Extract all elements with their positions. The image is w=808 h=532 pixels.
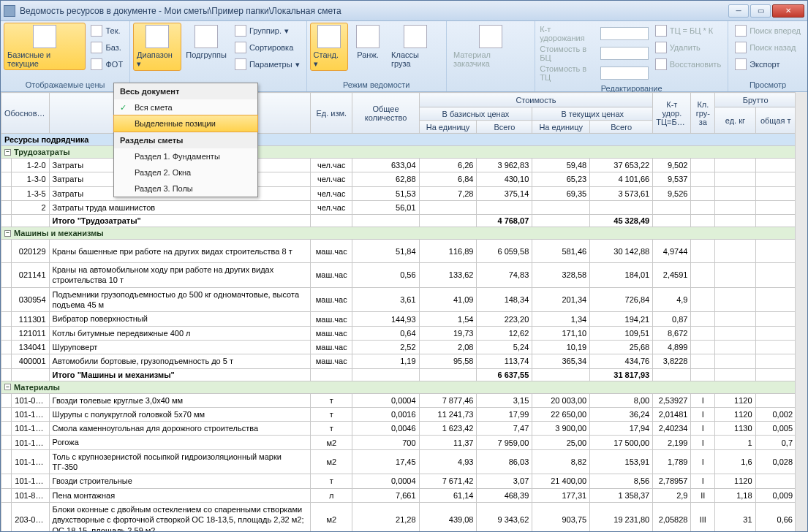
range-icon [146, 25, 169, 48]
minimize-button[interactable]: ─ [728, 4, 749, 18]
tc-input [600, 66, 649, 80]
range-dropdown[interactable]: Весь документ Вся смета Выделенные позиц… [113, 83, 258, 197]
coef-row: К-т удорожания [538, 24, 649, 43]
ribbon: Базисные и текущие Тек. Баз. ФОТ Отображ… [1, 21, 807, 92]
btn-label: Диапазон ▾ [137, 50, 178, 69]
cost-tc-row: Стоимость в ТЦ [538, 64, 649, 83]
standard-mode-button[interactable]: Станд. ▾ [310, 23, 349, 71]
cargo-class-button[interactable]: Классы груза [388, 23, 443, 70]
collapse-icon[interactable]: − [4, 230, 11, 237]
dropdown-item-selected[interactable]: Выделенные позиции [113, 115, 258, 132]
total-row: Итого "Машины и механизмы"6 637,5531 817… [1, 368, 796, 381]
export-icon [735, 58, 747, 70]
material-icon [479, 25, 502, 48]
btn-label: Базисные и текущие [7, 50, 82, 68]
table-row[interactable]: 121011Котлы битумные передвижные 400 лма… [1, 326, 796, 340]
btn-label: Станд. ▾ [314, 50, 345, 69]
circle-icon [91, 58, 102, 70]
table-row[interactable]: 101-1805Гвозди строительныет0,00047 671,… [1, 474, 796, 488]
dropdown-header: Весь документ [114, 83, 257, 99]
col-obo[interactable]: Обоснование [1, 93, 50, 134]
group-row[interactable]: −Материалы [1, 381, 796, 393]
group-caption: Просмотр [731, 79, 804, 91]
dropdown-header: Разделы сметы [114, 132, 257, 148]
params-icon [235, 58, 246, 70]
export-button[interactable]: Экспорт [731, 56, 804, 72]
col-brutto[interactable]: Брутто [715, 93, 796, 107]
current-price-toggle[interactable]: Тек. [87, 23, 127, 39]
table-row[interactable]: 203-0015Блоки оконные с двойным остеклен… [1, 502, 796, 531]
table-row[interactable]: 134041Шуруповертмаш.час2,522,085,2410,19… [1, 340, 796, 354]
grouping-button[interactable]: Группир. ▾ [231, 23, 303, 39]
titlebar: Ведомость ресурсов в документе - Мои сме… [1, 1, 807, 21]
tc-eq-bc-button: ТЦ = БЦ * К [652, 23, 725, 39]
table-row[interactable]: 101-1591Смола каменноугольная для дорожн… [1, 422, 796, 436]
coef-input [600, 27, 649, 40]
ranked-icon [356, 25, 380, 48]
total-row: Итого "Трудозатраты"4 768,0745 328,49 [1, 215, 796, 227]
range-button[interactable]: Диапазон ▾ [133, 23, 181, 71]
group-caption: Отображаемые цены [4, 79, 127, 91]
table-row[interactable]: 101-1742Толь с крупнозернистой посыпкой … [1, 449, 796, 474]
restore-button: Восстановить [652, 56, 725, 72]
table-row[interactable]: 020129Краны башенные при работе на други… [1, 240, 796, 263]
table-row[interactable]: 101-8052Пена монтажнаял7,66161,14468,391… [1, 488, 796, 502]
subgroups-icon [195, 25, 218, 48]
dropdown-item-section[interactable]: Раздел 3. Полы [114, 180, 257, 197]
col-qty[interactable]: Общее количество [352, 93, 419, 134]
formula-icon [655, 25, 667, 37]
base-price-toggle[interactable]: Баз. [87, 39, 127, 56]
square-blue-icon [91, 42, 102, 53]
group-row[interactable]: −Машины и механизмы [1, 227, 796, 240]
dropdown-item-section[interactable]: Раздел 1. Фундаменты [114, 148, 257, 164]
search-back-button: Поиск назад [731, 39, 804, 56]
standard-icon [317, 25, 341, 48]
table-row[interactable]: 101-0195Гвозди толевые круглые 3,0x40 мм… [1, 393, 796, 407]
group-caption: Режим ведомости [310, 79, 443, 91]
delete-button: Удалить [652, 39, 725, 56]
table-row[interactable]: 2Затраты труда машинистовчел.час56,01 [1, 200, 796, 214]
dropdown-item-section[interactable]: Раздел 2. Окна [114, 164, 257, 180]
subgroups-button[interactable]: Подгруппы [183, 23, 230, 61]
table-row[interactable]: 021141Краны на автомобильном ходу при ра… [1, 263, 796, 288]
group-icon [235, 25, 246, 37]
col-unit[interactable]: Ед. изм. [311, 93, 352, 134]
bc-input [600, 47, 649, 60]
collapse-icon[interactable]: − [4, 149, 11, 156]
btn-label: Материал заказчика [453, 50, 528, 68]
table-icon [33, 25, 56, 48]
search-back-icon [735, 42, 747, 53]
window-title: Ведомость ресурсов в документе - Мои сме… [20, 6, 728, 16]
square-green-icon [91, 25, 102, 37]
sort-button[interactable]: Сортировка [231, 39, 303, 56]
btn-label: Ранж. [357, 50, 379, 59]
app-icon [4, 5, 15, 17]
col-kl[interactable]: Кл. гру-за [691, 93, 715, 134]
delete-icon [655, 42, 667, 53]
col-k[interactable]: К-т удор. ТЦ=БЦ*К [653, 93, 691, 134]
cargo-icon [404, 25, 427, 48]
table-row[interactable]: 111301Вибратор поверхностныймаш.час144,9… [1, 312, 796, 326]
table-row[interactable]: 030954Подъемники грузоподъемностью до 50… [1, 287, 796, 312]
prices-base-current-button[interactable]: Базисные и текущие [4, 23, 86, 70]
table-row[interactable]: 400001Автомобили бортовые, грузоподъемно… [1, 354, 796, 368]
restore-icon [655, 58, 667, 70]
collapse-icon[interactable]: − [4, 384, 11, 390]
vertical-scrollbar[interactable] [795, 92, 807, 531]
sort-icon [235, 42, 246, 53]
ranked-mode-button[interactable]: Ранж. [350, 23, 386, 61]
table-row[interactable]: 101-1482Шурупы с полукруглой головкой 5x… [1, 407, 796, 421]
cost-bc-row: Стоимость в БЦ [538, 44, 649, 63]
params-button[interactable]: Параметры ▾ [231, 56, 303, 72]
btn-label: Подгруппы [186, 50, 227, 59]
col-cost[interactable]: Стоимость [419, 93, 653, 107]
customer-material-button: Материал заказчика [450, 23, 532, 70]
table-row[interactable]: 101-1668Рогожам270011,377 959,0025,0017 … [1, 436, 796, 449]
maximize-button[interactable]: ▭ [750, 4, 771, 18]
fot-toggle[interactable]: ФОТ [87, 56, 127, 72]
btn-label: Классы груза [391, 50, 439, 68]
close-button[interactable]: ✕ [772, 4, 804, 18]
dropdown-item-all[interactable]: Вся смета [114, 99, 257, 115]
search-forward-button: Поиск вперед [731, 23, 804, 39]
search-fwd-icon [735, 25, 747, 37]
